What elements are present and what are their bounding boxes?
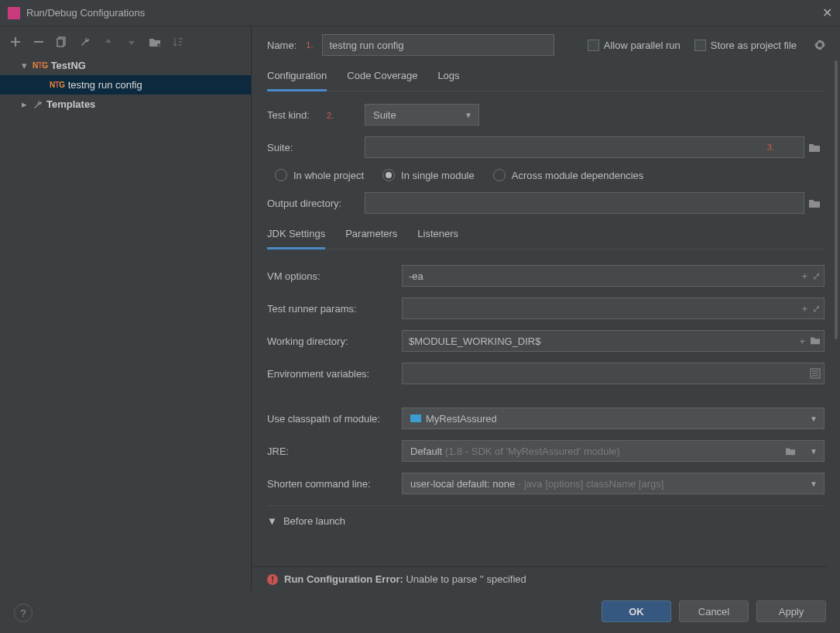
tab-logs[interactable]: Logs <box>437 67 459 91</box>
browse-folder-icon[interactable] <box>810 335 821 347</box>
classpath-label: Use classpath of module: <box>267 413 402 425</box>
runner-params-input[interactable]: +⤢ <box>402 298 825 319</box>
classpath-select[interactable]: MyRestAssured ▼ <box>402 408 825 429</box>
close-icon[interactable]: ✕ <box>822 5 832 20</box>
vm-options-input[interactable]: -ea +⤢ <box>402 265 825 287</box>
tree-label: testng run config <box>68 79 142 91</box>
test-kind-label: Test kind: 2. <box>267 109 365 121</box>
test-kind-select[interactable]: Suite ▼ <box>365 104 479 126</box>
chevron-down-icon: ▾ <box>22 60 29 71</box>
subtab-jdk-settings[interactable]: JDK Settings <box>267 225 325 249</box>
scrollbar[interactable] <box>832 60 840 591</box>
chevron-down-icon: ▼ <box>465 111 472 119</box>
checkbox-icon <box>694 40 706 51</box>
radio-icon <box>382 169 395 181</box>
tree-node-templates[interactable]: ▸ Templates <box>0 95 251 114</box>
select-value: MyRestAssured <box>426 413 497 425</box>
jre-label: JRE: <box>267 446 402 457</box>
browse-folder-icon[interactable] <box>804 192 825 214</box>
module-icon <box>410 415 421 422</box>
output-dir-label: Output directory: <box>267 198 365 209</box>
error-message: Unable to parse '' specified <box>406 573 526 585</box>
allow-parallel-checkbox[interactable]: Allow parallel run <box>588 40 681 51</box>
chevron-down-icon: ▼ <box>810 447 818 456</box>
subtab-listeners[interactable]: Listeners <box>417 225 458 249</box>
app-logo-icon <box>8 7 20 19</box>
move-down-icon[interactable] <box>125 36 138 48</box>
jre-select[interactable]: Default (1.8 - SDK of 'MyRestAssured' mo… <box>402 440 825 462</box>
error-icon: ! <box>267 574 278 585</box>
tab-code-coverage[interactable]: Code Coverage <box>347 67 417 91</box>
browse-folder-icon[interactable] <box>785 446 796 456</box>
list-icon[interactable] <box>810 368 821 379</box>
window-title: Run/Debug Configurations <box>26 7 145 19</box>
main-tabs: Configuration Code Coverage Logs <box>267 67 825 91</box>
before-launch-section[interactable]: ▼ Before launch <box>267 515 825 527</box>
vm-options-label: VM options: <box>267 270 402 282</box>
tree-node-testng[interactable]: ▾ NTG TestNG <box>0 56 251 75</box>
add-icon[interactable] <box>9 36 22 48</box>
apply-button[interactable]: Apply <box>756 600 826 622</box>
scope-radio-group: In whole project In single module Across… <box>275 169 825 181</box>
suite-input[interactable]: 3. <box>365 136 804 158</box>
gear-icon[interactable] <box>814 39 826 51</box>
radio-across-modules[interactable]: Across module dependencies <box>493 169 644 181</box>
remove-icon[interactable] <box>33 36 45 48</box>
wrench-icon <box>33 99 43 110</box>
sort-icon[interactable] <box>172 36 184 48</box>
plus-icon[interactable]: + <box>801 270 807 282</box>
output-dir-input[interactable] <box>365 192 804 214</box>
chevron-down-icon: ▼ <box>810 415 818 423</box>
chevron-down-icon: ▼ <box>267 515 277 527</box>
suite-label: Suite: <box>267 142 365 153</box>
sub-tabs: JDK Settings Parameters Listeners <box>267 225 825 249</box>
runner-params-label: Test runner params: <box>267 303 402 315</box>
configuration-form: Test kind: 2. Suite ▼ Suite: 3. In whole… <box>252 91 826 566</box>
shorten-select[interactable]: user-local default: none - java [options… <box>402 473 825 494</box>
working-dir-label: Working directory: <box>267 335 402 347</box>
name-label: Name: <box>267 40 297 51</box>
subtab-parameters[interactable]: Parameters <box>345 225 397 249</box>
ok-button[interactable]: OK <box>602 600 671 622</box>
copy-icon[interactable] <box>56 36 68 48</box>
radio-whole-project[interactable]: In whole project <box>275 169 364 181</box>
name-input[interactable] <box>322 34 554 56</box>
plus-icon[interactable]: + <box>799 335 805 347</box>
sidebar: ▾ NTG TestNG NTG testng run config ▸ Tem… <box>0 26 252 591</box>
shorten-label: Shorten command line: <box>267 478 402 490</box>
tree-node-run-config[interactable]: NTG testng run config <box>0 75 251 95</box>
main-panel: Name: 1. Allow parallel run Store as pro… <box>252 26 840 591</box>
tree-label: Templates <box>46 98 95 110</box>
error-label: Run Configuration Error: <box>284 573 403 585</box>
wrench-icon[interactable] <box>79 36 91 48</box>
move-up-icon[interactable] <box>102 36 115 48</box>
radio-single-module[interactable]: In single module <box>382 169 475 181</box>
tab-configuration[interactable]: Configuration <box>267 67 327 91</box>
checkbox-label: Allow parallel run <box>604 40 681 51</box>
env-vars-input[interactable] <box>402 363 825 384</box>
store-as-project-checkbox[interactable]: Store as project file <box>694 40 797 51</box>
dialog-buttons: ? OK Cancel Apply <box>0 591 840 633</box>
testng-icon: NTG <box>33 61 48 70</box>
chevron-right-icon: ▸ <box>22 98 29 110</box>
plus-icon[interactable]: + <box>801 303 807 315</box>
working-dir-input[interactable]: $MODULE_WORKING_DIR$ + <box>402 330 825 352</box>
annotation-3: 3. <box>767 143 774 152</box>
env-vars-label: Environment variables: <box>267 368 402 380</box>
svg-rect-1 <box>57 39 63 46</box>
expand-icon[interactable]: ⤢ <box>812 270 821 282</box>
select-value: Suite <box>373 109 396 121</box>
divider <box>267 505 825 506</box>
cancel-button[interactable]: Cancel <box>679 600 749 622</box>
error-bar: ! Run Configuration Error: Unable to par… <box>252 566 826 591</box>
help-button[interactable]: ? <box>14 604 33 622</box>
save-folder-icon[interactable] <box>149 36 161 48</box>
expand-icon[interactable]: ⤢ <box>812 303 821 315</box>
annotation-1: 1. <box>306 40 313 50</box>
checkbox-icon <box>588 40 599 51</box>
tree-label: TestNG <box>51 60 86 71</box>
radio-icon <box>275 169 287 181</box>
section-label: Before launch <box>283 515 345 527</box>
browse-folder-icon[interactable] <box>804 136 825 158</box>
sidebar-toolbar <box>0 33 251 56</box>
